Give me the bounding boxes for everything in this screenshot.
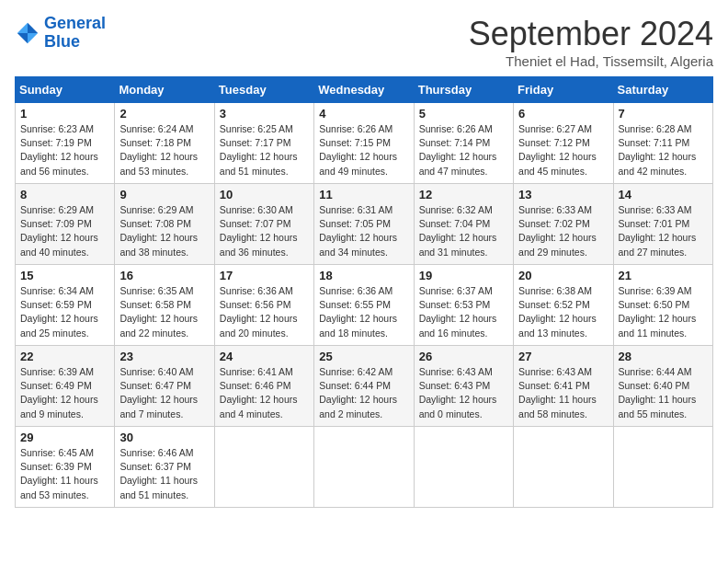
day-info: Sunrise: 6:36 AM Sunset: 6:55 PM Dayligh… [319, 284, 408, 340]
calendar-cell: 18Sunrise: 6:36 AM Sunset: 6:55 PM Dayli… [314, 265, 414, 346]
day-info: Sunrise: 6:41 AM Sunset: 6:46 PM Dayligh… [220, 365, 309, 421]
calendar-cell: 29Sunrise: 6:45 AM Sunset: 6:39 PM Dayli… [16, 427, 115, 508]
calendar-cell: 2Sunrise: 6:24 AM Sunset: 7:18 PM Daylig… [115, 103, 214, 184]
day-number: 2 [119, 107, 209, 121]
day-info: Sunrise: 6:27 AM Sunset: 7:12 PM Dayligh… [518, 122, 608, 178]
calendar-cell [414, 427, 513, 508]
day-number: 6 [518, 107, 608, 121]
day-info: Sunrise: 6:29 AM Sunset: 7:09 PM Dayligh… [20, 203, 109, 259]
calendar-cell: 8Sunrise: 6:29 AM Sunset: 7:09 PM Daylig… [16, 184, 115, 265]
day-number: 16 [119, 269, 209, 282]
day-info: Sunrise: 6:33 AM Sunset: 7:02 PM Dayligh… [518, 203, 608, 259]
calendar-cell [214, 427, 313, 508]
day-info: Sunrise: 6:43 AM Sunset: 6:43 PM Dayligh… [419, 365, 508, 421]
weekday-header: Friday [514, 77, 613, 103]
weekday-header: Saturday [613, 77, 712, 103]
day-number: 26 [419, 350, 508, 363]
day-info: Sunrise: 6:25 AM Sunset: 7:17 PM Dayligh… [220, 122, 309, 178]
calendar-cell: 12Sunrise: 6:32 AM Sunset: 7:04 PM Dayli… [414, 184, 513, 265]
day-info: Sunrise: 6:26 AM Sunset: 7:15 PM Dayligh… [319, 122, 408, 178]
day-info: Sunrise: 6:26 AM Sunset: 7:14 PM Dayligh… [419, 122, 508, 178]
day-number: 13 [518, 188, 608, 201]
day-info: Sunrise: 6:30 AM Sunset: 7:07 PM Dayligh… [220, 203, 309, 259]
title-block: September 2024 Theniet el Had, Tissemsil… [469, 15, 713, 69]
month-title: September 2024 [469, 15, 713, 53]
day-number: 20 [518, 269, 608, 282]
calendar-cell: 30Sunrise: 6:46 AM Sunset: 6:37 PM Dayli… [115, 427, 214, 508]
calendar-cell: 26Sunrise: 6:43 AM Sunset: 6:43 PM Dayli… [414, 346, 513, 427]
day-info: Sunrise: 6:43 AM Sunset: 6:41 PM Dayligh… [518, 365, 608, 421]
calendar-cell: 22Sunrise: 6:39 AM Sunset: 6:49 PM Dayli… [16, 346, 115, 427]
day-info: Sunrise: 6:38 AM Sunset: 6:52 PM Dayligh… [518, 284, 608, 340]
calendar-cell: 27Sunrise: 6:43 AM Sunset: 6:41 PM Dayli… [514, 346, 613, 427]
day-number: 23 [119, 350, 209, 363]
day-info: Sunrise: 6:24 AM Sunset: 7:18 PM Dayligh… [119, 122, 209, 178]
day-number: 24 [220, 350, 309, 363]
calendar-table: SundayMondayTuesdayWednesdayThursdayFrid… [15, 76, 713, 508]
day-info: Sunrise: 6:40 AM Sunset: 6:47 PM Dayligh… [119, 365, 209, 421]
day-number: 10 [220, 188, 309, 201]
weekday-header: Monday [115, 77, 214, 103]
calendar-cell: 21Sunrise: 6:39 AM Sunset: 6:50 PM Dayli… [613, 265, 712, 346]
day-number: 29 [20, 431, 109, 444]
day-info: Sunrise: 6:45 AM Sunset: 6:39 PM Dayligh… [20, 446, 109, 502]
svg-marker-2 [17, 23, 28, 33]
calendar-week-row: 29Sunrise: 6:45 AM Sunset: 6:39 PM Dayli… [16, 427, 713, 508]
day-number: 19 [419, 269, 508, 282]
calendar-week-row: 22Sunrise: 6:39 AM Sunset: 6:49 PM Dayli… [16, 346, 713, 427]
svg-marker-0 [28, 23, 38, 33]
calendar-cell: 15Sunrise: 6:34 AM Sunset: 6:59 PM Dayli… [16, 265, 115, 346]
day-info: Sunrise: 6:46 AM Sunset: 6:37 PM Dayligh… [119, 446, 209, 502]
day-info: Sunrise: 6:32 AM Sunset: 7:04 PM Dayligh… [419, 203, 508, 259]
logo: General Blue [15, 15, 106, 52]
calendar-cell: 25Sunrise: 6:42 AM Sunset: 6:44 PM Dayli… [314, 346, 414, 427]
calendar-cell: 17Sunrise: 6:36 AM Sunset: 6:56 PM Dayli… [214, 265, 313, 346]
calendar-cell: 16Sunrise: 6:35 AM Sunset: 6:58 PM Dayli… [115, 265, 214, 346]
calendar-cell: 5Sunrise: 6:26 AM Sunset: 7:14 PM Daylig… [414, 103, 513, 184]
calendar-cell: 3Sunrise: 6:25 AM Sunset: 7:17 PM Daylig… [214, 103, 313, 184]
calendar-cell: 7Sunrise: 6:28 AM Sunset: 7:11 PM Daylig… [613, 103, 712, 184]
calendar-cell [613, 427, 712, 508]
calendar-cell: 10Sunrise: 6:30 AM Sunset: 7:07 PM Dayli… [214, 184, 313, 265]
day-number: 21 [619, 269, 708, 282]
weekday-header: Tuesday [214, 77, 313, 103]
calendar-week-row: 1Sunrise: 6:23 AM Sunset: 7:19 PM Daylig… [16, 103, 713, 184]
day-info: Sunrise: 6:42 AM Sunset: 6:44 PM Dayligh… [319, 365, 408, 421]
day-number: 30 [119, 431, 209, 444]
weekday-header: Sunday [16, 77, 115, 103]
svg-marker-3 [17, 33, 28, 43]
day-info: Sunrise: 6:33 AM Sunset: 7:01 PM Dayligh… [619, 203, 708, 259]
day-info: Sunrise: 6:31 AM Sunset: 7:05 PM Dayligh… [319, 203, 408, 259]
day-number: 12 [419, 188, 508, 201]
day-info: Sunrise: 6:35 AM Sunset: 6:58 PM Dayligh… [119, 284, 209, 340]
calendar-cell: 13Sunrise: 6:33 AM Sunset: 7:02 PM Dayli… [514, 184, 613, 265]
calendar-cell: 4Sunrise: 6:26 AM Sunset: 7:15 PM Daylig… [314, 103, 414, 184]
calendar-cell: 28Sunrise: 6:44 AM Sunset: 6:40 PM Dayli… [613, 346, 712, 427]
day-number: 8 [20, 188, 109, 201]
day-info: Sunrise: 6:29 AM Sunset: 7:08 PM Dayligh… [119, 203, 209, 259]
day-number: 5 [419, 107, 508, 121]
location-subtitle: Theniet el Had, Tissemsilt, Algeria [469, 53, 713, 69]
logo-icon [15, 20, 40, 46]
day-info: Sunrise: 6:34 AM Sunset: 6:59 PM Dayligh… [20, 284, 109, 340]
day-number: 3 [220, 107, 309, 121]
day-number: 18 [319, 269, 408, 282]
day-number: 14 [619, 188, 708, 201]
day-info: Sunrise: 6:23 AM Sunset: 7:19 PM Dayligh… [20, 122, 109, 178]
logo-text: General Blue [44, 15, 106, 52]
calendar-cell [314, 427, 414, 508]
calendar-cell [514, 427, 613, 508]
day-info: Sunrise: 6:39 AM Sunset: 6:49 PM Dayligh… [20, 365, 109, 421]
calendar-cell: 14Sunrise: 6:33 AM Sunset: 7:01 PM Dayli… [613, 184, 712, 265]
day-number: 15 [20, 269, 109, 282]
calendar-cell: 9Sunrise: 6:29 AM Sunset: 7:08 PM Daylig… [115, 184, 214, 265]
day-number: 25 [319, 350, 408, 363]
day-info: Sunrise: 6:37 AM Sunset: 6:53 PM Dayligh… [419, 284, 508, 340]
day-number: 11 [319, 188, 408, 201]
calendar-cell: 19Sunrise: 6:37 AM Sunset: 6:53 PM Dayli… [414, 265, 513, 346]
day-number: 4 [319, 107, 408, 121]
day-info: Sunrise: 6:44 AM Sunset: 6:40 PM Dayligh… [619, 365, 708, 421]
svg-marker-1 [28, 33, 38, 43]
weekday-header: Thursday [414, 77, 513, 103]
calendar-week-row: 15Sunrise: 6:34 AM Sunset: 6:59 PM Dayli… [16, 265, 713, 346]
